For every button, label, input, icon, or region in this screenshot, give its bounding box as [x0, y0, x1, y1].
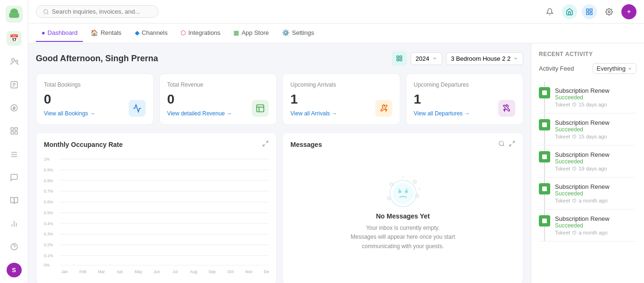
- chart-actions: [262, 140, 269, 148]
- svg-text:0.6%: 0.6%: [44, 200, 53, 205]
- arrivals-icon: [375, 100, 392, 117]
- activity-time-3: 19 days ago: [578, 166, 607, 171]
- svg-rect-11: [15, 132, 17, 134]
- svg-point-2: [16, 60, 18, 63]
- sidebar-item-calendar[interactable]: 📅: [7, 31, 22, 46]
- sidebar-item-book[interactable]: [7, 193, 22, 208]
- app-logo[interactable]: [6, 6, 23, 23]
- activity-icon-4: [539, 183, 550, 194]
- messages-search-btn[interactable]: [498, 140, 505, 148]
- tab-integrations[interactable]: ⬡ Integrations: [175, 24, 226, 42]
- svg-text:0.3%: 0.3%: [44, 232, 53, 237]
- svg-point-75: [388, 197, 390, 200]
- empty-messages-illustration: [380, 170, 427, 212]
- svg-point-73: [413, 180, 416, 183]
- tab-dashboard[interactable]: ● Dashboard: [36, 24, 83, 42]
- tab-channels[interactable]: ◆ Channels: [129, 24, 173, 42]
- bottom-row: Monthly Occupancy Rate: [36, 132, 523, 283]
- settings-icon[interactable]: [602, 4, 617, 19]
- activity-source-1: Tokeet: [555, 102, 570, 107]
- tab-settings[interactable]: ⚙️ Settings: [276, 24, 320, 42]
- sidebar-item-chat[interactable]: [7, 170, 22, 185]
- year-select[interactable]: 2024: [411, 52, 442, 65]
- svg-point-81: [405, 190, 408, 193]
- svg-rect-9: [15, 128, 17, 130]
- activity-time-4: a month ago: [578, 198, 607, 203]
- sidebar-item-list[interactable]: [7, 147, 22, 162]
- stats-row: Total Bookings 0 View all Bookings → Tot…: [36, 73, 523, 125]
- sidebar-item-help[interactable]: [7, 240, 22, 254]
- sidebar-item-reports[interactable]: [7, 217, 22, 231]
- activity-icon-1: [539, 87, 550, 98]
- clock-icon-2: [572, 134, 577, 139]
- svg-point-72: [390, 183, 393, 186]
- greeting-bar: Good Afternoon, Singh Prerna 2024 3 Bedr…: [36, 51, 523, 66]
- activity-filter-dropdown[interactable]: Everything: [593, 63, 636, 74]
- content: Good Afternoon, Singh Prerna 2024 3 Bedr…: [28, 43, 644, 283]
- greeting-text: Good Afternoon, Singh Prerna: [36, 54, 158, 64]
- svg-line-71: [510, 144, 512, 146]
- activity-feed-tab[interactable]: Activity Feed: [539, 65, 574, 72]
- activity-content-2: Subscription Renew Succeeded Tokeet 15 d…: [555, 119, 636, 139]
- activity-item-4: Subscription Renew Succeeded Tokeet a mo…: [539, 178, 636, 210]
- activity-item-2: Subscription Renew Succeeded Tokeet 15 d…: [539, 113, 636, 146]
- content-main: Good Afternoon, Singh Prerna 2024 3 Bedr…: [28, 43, 531, 283]
- svg-line-21: [47, 13, 48, 14]
- svg-text:0%: 0%: [44, 263, 50, 268]
- svg-text:Jan: Jan: [61, 269, 68, 275]
- svg-point-68: [499, 141, 504, 146]
- property-select[interactable]: 3 Bedroom House 2 2: [446, 52, 523, 65]
- svg-text:0.9%: 0.9%: [44, 167, 53, 172]
- svg-text:Dec: Dec: [264, 269, 269, 275]
- grid-icon[interactable]: [582, 4, 597, 19]
- view-departures-link[interactable]: View all Departures →: [414, 110, 470, 117]
- svg-text:Sep: Sep: [208, 269, 215, 275]
- svg-rect-31: [257, 105, 264, 112]
- svg-text:0.8%: 0.8%: [44, 178, 53, 183]
- svg-text:Aug: Aug: [190, 269, 197, 275]
- sidebar-item-finance[interactable]: [7, 101, 22, 115]
- search-bar[interactable]: [36, 5, 158, 18]
- messages-empty-desc: Your inbox is currently empty. Messages …: [351, 224, 455, 251]
- clock-icon-3: [572, 166, 577, 171]
- svg-text:0.1%: 0.1%: [44, 253, 53, 258]
- sidebar-item-layout[interactable]: [7, 124, 22, 138]
- activity-icon-2: [539, 119, 550, 130]
- notification-icon[interactable]: [542, 4, 557, 19]
- svg-text:Oct: Oct: [227, 269, 234, 275]
- activity-source-3: Tokeet: [555, 166, 570, 171]
- messages-actions: [498, 140, 515, 148]
- user-avatar[interactable]: S: [7, 263, 22, 277]
- messages-card: Messages: [282, 132, 523, 283]
- activity-panel: RECENT ACTIVITY Activity Feed Everything…: [531, 43, 644, 283]
- svg-line-32: [266, 141, 268, 143]
- view-toggle-button[interactable]: [392, 51, 407, 66]
- user-menu-icon[interactable]: +: [621, 4, 636, 19]
- home-icon[interactable]: [562, 4, 577, 19]
- activity-icon-3: [539, 151, 550, 162]
- svg-rect-8: [11, 128, 13, 130]
- activity-item-5: Subscription Renew Succeeded Tokeet a mo…: [539, 210, 636, 242]
- sidebar-item-users[interactable]: [7, 54, 22, 69]
- messages-expand-btn[interactable]: [509, 140, 515, 148]
- search-input[interactable]: [52, 8, 151, 15]
- svg-point-26: [608, 11, 610, 13]
- sidebar-item-notes[interactable]: [7, 77, 22, 92]
- activity-item-3: Subscription Renew Succeeded Tokeet 19 d…: [539, 146, 636, 178]
- svg-line-70: [512, 141, 514, 143]
- tab-rentals[interactable]: 🏠 Rentals: [85, 24, 127, 42]
- chart-expand-btn[interactable]: [262, 140, 269, 148]
- view-arrivals-link[interactable]: View all Arrivals →: [290, 110, 337, 117]
- main-area: + ● Dashboard 🏠 Rentals ◆ Channels ⬡ Int…: [28, 0, 644, 283]
- clock-icon-1: [572, 102, 577, 107]
- tab-appstore[interactable]: ▦ App Store: [228, 24, 274, 42]
- svg-text:0.4%: 0.4%: [44, 221, 53, 226]
- svg-rect-27: [396, 56, 398, 58]
- view-revenue-link[interactable]: View detailed Revenue →: [167, 110, 232, 117]
- svg-text:Nov: Nov: [245, 269, 253, 275]
- nav-tabs: ● Dashboard 🏠 Rentals ◆ Channels ⬡ Integ…: [28, 24, 644, 43]
- stat-card-arrivals: Upcoming Arrivals 1 View all Arrivals →: [282, 73, 400, 125]
- activity-time-5: a month ago: [578, 230, 607, 235]
- occupancy-chart: 1% 0.9% 0.8% 0.7% 0.6% 0.5% 0.4% 0.3% 0.…: [44, 154, 269, 276]
- view-bookings-link[interactable]: View all Bookings →: [44, 110, 95, 117]
